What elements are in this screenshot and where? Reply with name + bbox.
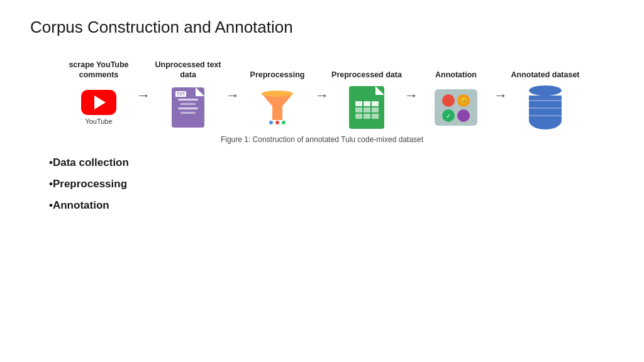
svg-marker-0 [262,94,293,120]
arrow-2: → [226,87,240,105]
database-icon [524,86,567,129]
ann-circle-red [442,94,455,107]
step-unprocessed: Unprocessed text data TXT [150,55,226,129]
svg-point-2 [269,121,273,124]
funnel-icon [256,86,299,129]
arrow-3: → [315,87,329,105]
arrow-5: → [494,87,508,105]
arrow-1: → [136,87,150,105]
step-scrape: scrape YouTube comments YouTube [61,55,136,129]
db-top [529,85,562,96]
svg-point-3 [275,121,279,124]
step-preprocessing: Preprocessing [240,55,315,129]
figure-caption: Figure 1: Construction of annotated Tulu… [30,135,614,144]
bullet-preprocessing: •Preprocessing [49,178,614,190]
page-title: Corpus Construction and Annotation [30,18,614,37]
bullet-annotation: •Annotation [49,199,614,212]
db-body [529,96,562,121]
bullet-list: •Data collection •Preprocessing •Annotat… [30,156,614,212]
svg-point-4 [282,121,286,124]
step-unprocessed-label: Unprocessed text data [150,55,226,80]
svg-point-1 [262,90,293,97]
step-scrape-label: scrape YouTube comments [61,55,136,80]
step-preprocessed: Preprocessed data [329,55,404,129]
db-bottom [529,121,562,129]
ann-circle-purple [457,109,470,122]
youtube-icon: YouTube [77,86,120,129]
step-annotation-label: Annotation [435,55,477,80]
diagram-flow: scrape YouTube comments YouTube → Unproc… [30,55,614,129]
step-annotated: Annotated dataset [508,55,583,129]
txt-file-icon: TXT [167,86,209,129]
annotation-icon: 😊 ✓ [435,86,477,129]
ann-circle-orange: 😊 [457,94,470,107]
page-container: Corpus Construction and Annotation scrap… [0,0,644,224]
ann-circle-green: ✓ [442,109,455,122]
step-preprocessed-label: Preprocessed data [331,55,402,80]
arrow-4: → [404,87,418,105]
step-annotation: Annotation 😊 ✓ [418,55,494,129]
step-preprocessing-label: Preprocessing [250,55,305,80]
step-annotated-label: Annotated dataset [511,55,579,80]
sheets-icon [345,86,388,129]
bullet-data-collection: •Data collection [49,156,614,169]
